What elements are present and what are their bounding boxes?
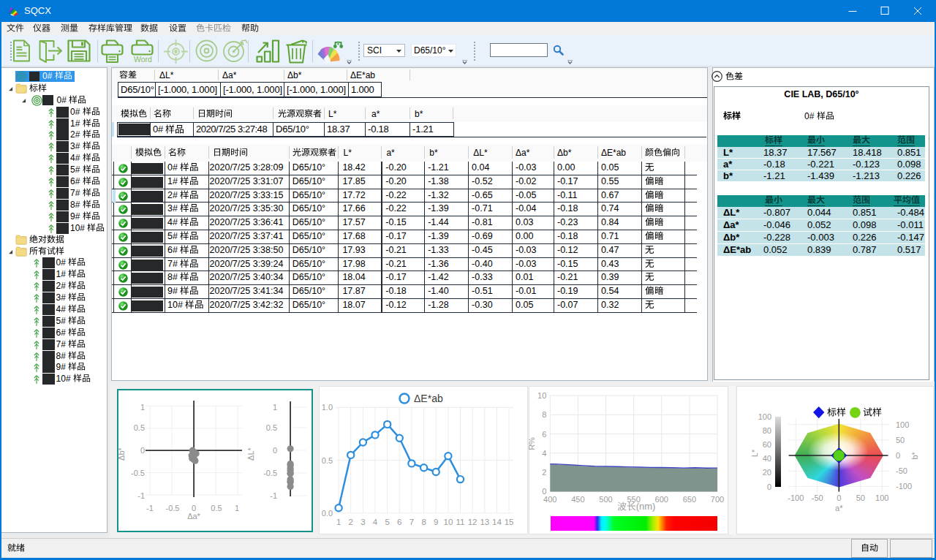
svg-text:ΔL*: ΔL*	[246, 447, 255, 460]
svg-text:-0.5: -0.5	[263, 469, 277, 477]
svg-text:0.5: 0.5	[322, 456, 333, 465]
svg-text:9: 9	[434, 518, 438, 526]
svg-text:0: 0	[767, 483, 771, 491]
svg-text:-1: -1	[146, 504, 154, 512]
svg-text:0.5: 0.5	[134, 423, 145, 432]
svg-text:10: 10	[537, 391, 546, 400]
svg-text:0: 0	[896, 451, 900, 460]
svg-text:0: 0	[273, 446, 277, 455]
svg-text:Δa*: Δa*	[187, 512, 200, 521]
svg-text:2: 2	[542, 468, 546, 477]
svg-text:-1: -1	[270, 491, 277, 500]
svg-text:60: 60	[763, 440, 771, 449]
svg-text:ΔE*ab: ΔE*ab	[414, 393, 443, 404]
svg-text:12: 12	[468, 518, 478, 526]
svg-text:-100: -100	[896, 482, 912, 491]
svg-text:0.5: 0.5	[211, 504, 222, 512]
svg-text:-100: -100	[788, 493, 804, 502]
svg-text:1: 1	[336, 518, 341, 526]
svg-text:50: 50	[896, 436, 905, 444]
svg-text:-0.5: -0.5	[166, 504, 180, 512]
svg-text:10: 10	[444, 518, 453, 526]
svg-text:15: 15	[505, 518, 514, 526]
svg-text:-0.5: -0.5	[131, 469, 145, 477]
svg-text:100: 100	[896, 420, 909, 429]
svg-text:20: 20	[763, 468, 771, 477]
svg-text:7: 7	[410, 518, 414, 526]
svg-text:5: 5	[385, 518, 389, 526]
svg-text:80: 80	[763, 426, 771, 435]
svg-text:100: 100	[758, 412, 771, 421]
svg-text:2: 2	[348, 518, 352, 526]
svg-text:6: 6	[542, 430, 546, 439]
svg-text:1: 1	[140, 403, 145, 412]
svg-text:8: 8	[421, 518, 426, 526]
svg-text:R%: R%	[529, 437, 536, 450]
svg-text:4: 4	[373, 518, 378, 526]
svg-text:3: 3	[361, 518, 365, 526]
svg-text:6: 6	[397, 518, 401, 526]
svg-text:0: 0	[837, 493, 841, 502]
svg-text:40: 40	[763, 454, 771, 463]
svg-text:8: 8	[542, 410, 546, 419]
svg-text:-1: -1	[137, 491, 145, 500]
svg-text:b*: b*	[910, 451, 919, 459]
svg-text:0: 0	[140, 446, 145, 455]
svg-text:400: 400	[543, 495, 556, 504]
svg-text:Word: Word	[134, 55, 152, 64]
svg-text:13: 13	[480, 518, 489, 526]
svg-text:450: 450	[571, 495, 584, 504]
svg-text:11: 11	[456, 518, 465, 526]
svg-text:50: 50	[856, 493, 865, 502]
svg-text:1: 1	[273, 403, 277, 412]
svg-text:100: 100	[875, 493, 888, 502]
svg-text:L*: L*	[750, 449, 759, 457]
svg-text:700: 700	[711, 495, 724, 504]
svg-text:0.5: 0.5	[266, 423, 277, 432]
svg-text:0.0: 0.0	[322, 509, 333, 518]
svg-text:a*: a*	[835, 504, 843, 512]
svg-text:4: 4	[542, 449, 546, 458]
svg-text:Δb*: Δb*	[117, 447, 126, 460]
svg-text:14: 14	[492, 518, 502, 526]
svg-text:-50: -50	[812, 493, 823, 502]
svg-text:-50: -50	[896, 466, 907, 475]
svg-text:1: 1	[235, 504, 239, 512]
svg-text:1.0: 1.0	[322, 403, 333, 412]
